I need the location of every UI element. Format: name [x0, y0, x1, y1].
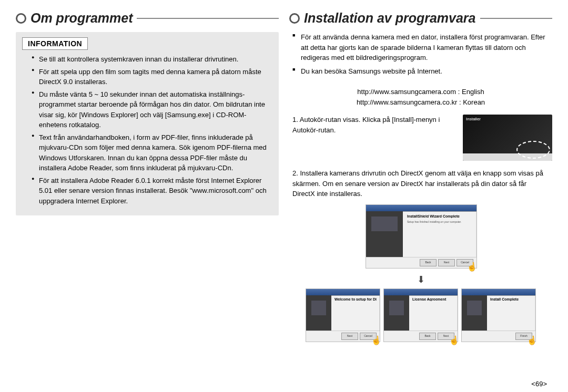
installer-thumb-title: Installer [463, 115, 552, 123]
wizard-screenshot-directx-complete: Install Complete Finish [461, 288, 536, 342]
info-bullet: Du måste vänta 5 ~ 10 sekunder innan det… [32, 89, 269, 130]
wizard-screenshot-installshield: InstallShield Wizard Complete Setup has … [366, 204, 477, 269]
title-dot-icon [289, 13, 300, 24]
url-korean: http://www.samsungcamera.co.kr : Korean [289, 97, 552, 108]
info-bullet: Se till att kontrollera systemkraven inn… [32, 54, 269, 65]
left-title-bar: Om programmet [16, 11, 279, 26]
wizard-triple-row: Welcome to setup for DirectX Next Cancel… [289, 288, 552, 342]
wizard-back-button: Back [420, 259, 437, 266]
wizard-screenshot-directx-license: License Agreement Back Next [383, 288, 458, 342]
left-title: Om programmet [31, 11, 133, 26]
information-bullet-list: Se till att kontrollera systemkraven inn… [22, 54, 272, 206]
url-english: http://www.samsungcamera.com : English [289, 87, 552, 97]
wizard-body: Setup has finished installing on your co… [407, 220, 472, 224]
left-column: Om programmet INFORMATION Se till att ko… [16, 11, 279, 387]
title-line [480, 18, 552, 19]
step2-text: 2. Installera kamerans drivrutin och Dir… [289, 168, 552, 199]
arrow-down-icon: ⬇ [289, 274, 552, 285]
wizard-heading: Welcome to setup for DirectX [334, 297, 377, 301]
hand-pointer-icon: ☝ [526, 335, 537, 346]
information-box: INFORMATION Se till att kontrollera syst… [16, 32, 279, 215]
wizard-heading: Install Complete [490, 297, 532, 301]
installer-screenshot: Installer [463, 115, 552, 161]
hand-pointer-icon: ☝ [370, 335, 382, 346]
intro-item: Du kan besöka Samsungs website på Intern… [292, 66, 549, 77]
title-dot-icon [16, 13, 26, 24]
wizard-back-button: Back [419, 333, 436, 340]
page-number: <69> [531, 380, 547, 388]
wizard-screenshot-directx-welcome: Welcome to setup for DirectX Next Cancel [306, 288, 380, 342]
step1-text: 1. Autokör-rutan visas. Klicka på [Insta… [289, 115, 458, 135]
wizard-next-button: Next [341, 333, 358, 340]
url-block: http://www.samsungcamera.com : English h… [289, 87, 552, 107]
title-line [137, 18, 279, 19]
intro-item: För att använda denna kamera med en dato… [292, 32, 549, 63]
step1-row: 1. Autokör-rutan visas. Klicka på [Insta… [289, 115, 552, 161]
info-bullet: För att installera Adobe Reader 6.0.1 ko… [32, 176, 269, 207]
wizard-heading: License Agreement [412, 297, 454, 301]
hand-pointer-icon: ☝ [448, 335, 460, 346]
wizard-next-button: Next [438, 259, 455, 266]
info-bullet: Text från användarhandboken, i form av P… [32, 132, 269, 173]
information-heading: INFORMATION [22, 37, 88, 50]
right-column: Installation av programvara För att anvä… [289, 11, 552, 387]
intro-list: För att använda denna kamera med en dato… [289, 32, 552, 79]
info-bullet: För att spela upp den film som tagits me… [32, 67, 269, 87]
right-title-bar: Installation av programvara [289, 11, 552, 26]
hand-pointer-icon: ☝ [466, 261, 478, 272]
wizard-heading: InstallShield Wizard Complete [407, 214, 472, 218]
right-title: Installation av programvara [304, 11, 476, 26]
